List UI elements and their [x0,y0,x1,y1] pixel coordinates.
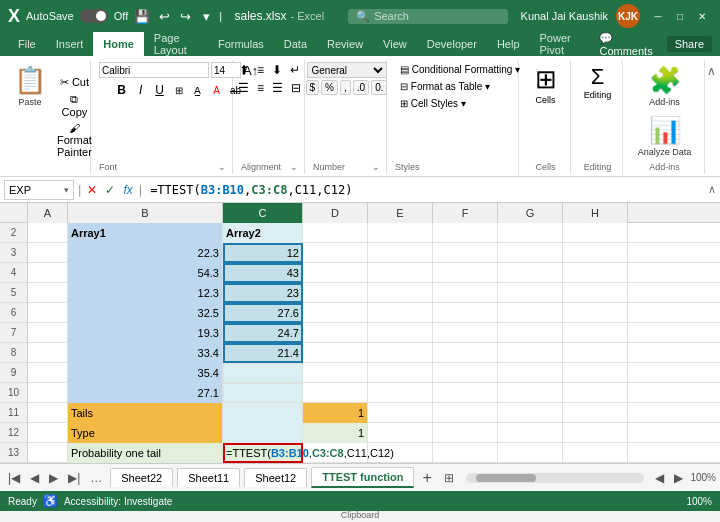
cell-g5[interactable] [498,283,563,303]
percent-button[interactable]: % [321,80,338,95]
cell-c7[interactable]: 24.7 [223,323,303,343]
merge-button[interactable]: ⊟ [288,80,304,96]
col-header-d[interactable]: D [303,203,368,223]
right-align-button[interactable]: ☰ [269,80,286,96]
font-name-input[interactable] [99,62,209,78]
cell-g10[interactable] [498,383,563,403]
cell-d5[interactable] [303,283,368,303]
cells-button[interactable]: ⊞ Cells [529,62,563,107]
cell-f4[interactable] [433,263,498,283]
cell-e5[interactable] [368,283,433,303]
cell-b4[interactable]: 54.3 [68,263,223,283]
cell-h9[interactable] [563,363,628,383]
row-num-10[interactable]: 10 [0,383,27,403]
close-button[interactable]: ✕ [692,8,712,24]
maximize-button[interactable]: □ [670,8,690,24]
conditional-formatting-button[interactable]: ▤ Conditional Formatting ▾ [395,62,525,77]
tab-file[interactable]: File [8,32,46,56]
cell-g9[interactable] [498,363,563,383]
tab-powerpivot[interactable]: Power Pivot [530,32,592,56]
paste-button[interactable]: 📋 Paste [8,62,52,110]
cell-c2[interactable]: Array2 [223,223,303,243]
cell-d9[interactable] [303,363,368,383]
number-format-select[interactable]: General Number Currency Percentage [307,62,387,78]
top-align-button[interactable]: ⬆ [236,62,252,78]
cell-f12[interactable] [433,423,498,443]
cell-h7[interactable] [563,323,628,343]
cell-c4[interactable]: 43 [223,263,303,283]
row-num-9[interactable]: 9 [0,363,27,383]
cell-d4[interactable] [303,263,368,283]
cell-d8[interactable] [303,343,368,363]
row-num-2[interactable]: 2 [0,223,27,243]
horizontal-scrollbar[interactable] [466,473,645,483]
comments-button[interactable]: 💬 Comments [591,30,660,59]
ribbon-expand-icon[interactable]: ∧ [707,64,716,78]
italic-button[interactable]: I [132,82,150,98]
minimize-button[interactable]: ─ [648,8,668,24]
cell-c9[interactable] [223,363,303,383]
cell-a3[interactable] [28,243,68,263]
cell-c13[interactable]: =TTEST(B3:B10,C3:C8,C11,C12) [223,443,303,463]
cell-d11[interactable]: 1 [303,403,368,423]
cell-g11[interactable] [498,403,563,423]
cell-e6[interactable] [368,303,433,323]
scroll-left-arrow[interactable]: ◀ [652,469,667,487]
cell-e8[interactable] [368,343,433,363]
cell-a12[interactable] [28,423,68,443]
cell-f13[interactable] [433,443,498,463]
cut-button[interactable]: ✂ Cut [54,75,95,90]
cell-h12[interactable] [563,423,628,443]
row-num-12[interactable]: 12 [0,423,27,443]
cell-b13[interactable]: Probability one tail [68,443,223,463]
middle-align-button[interactable]: ≡ [254,62,267,78]
cell-f11[interactable] [433,403,498,423]
cell-e4[interactable] [368,263,433,283]
sheet-tab-sheet22[interactable]: Sheet22 [110,468,173,487]
row-num-4[interactable]: 4 [0,263,27,283]
cell-b7[interactable]: 19.3 [68,323,223,343]
cell-c11[interactable] [223,403,303,423]
cell-e10[interactable] [368,383,433,403]
cell-g8[interactable] [498,343,563,363]
col-header-e[interactable]: E [368,203,433,223]
scroll-right-arrow[interactable]: ▶ [671,469,686,487]
cell-f7[interactable] [433,323,498,343]
tab-view[interactable]: View [373,32,417,56]
cell-b3[interactable]: 22.3 [68,243,223,263]
alignment-group-expand-icon[interactable]: ⌄ [290,162,298,172]
name-box-dropdown-icon[interactable]: ▾ [64,185,69,195]
tab-pagelayout[interactable]: Page Layout [144,32,208,56]
share-button[interactable]: Share [667,36,712,52]
cell-e12[interactable] [368,423,433,443]
cell-d2[interactable] [303,223,368,243]
center-align-button[interactable]: ≡ [254,80,267,96]
cell-f8[interactable] [433,343,498,363]
row-num-6[interactable]: 6 [0,303,27,323]
cell-b8[interactable]: 33.4 [68,343,223,363]
cell-styles-button[interactable]: ⊞ Cell Styles ▾ [395,96,525,111]
tab-review[interactable]: Review [317,32,373,56]
cell-d12[interactable]: 1 [303,423,368,443]
cell-c12[interactable] [223,423,303,443]
row-num-3[interactable]: 3 [0,243,27,263]
cell-h6[interactable] [563,303,628,323]
comma-button[interactable]: , [340,80,351,95]
cell-a11[interactable] [28,403,68,423]
cell-a6[interactable] [28,303,68,323]
cell-d3[interactable] [303,243,368,263]
prev-sheet-button[interactable]: ◀ [26,469,43,487]
cell-g2[interactable] [498,223,563,243]
cell-h10[interactable] [563,383,628,403]
cell-f6[interactable] [433,303,498,323]
row-num-11[interactable]: 11 [0,403,27,423]
customize-qat-icon[interactable]: ▾ [200,7,213,26]
cell-h3[interactable] [563,243,628,263]
insert-function-icon[interactable]: fx [121,183,134,197]
editing-button[interactable]: Σ Editing [582,62,614,102]
cell-a2[interactable] [28,223,68,243]
cell-a8[interactable] [28,343,68,363]
confirm-formula-icon[interactable]: ✓ [103,183,117,197]
cell-h8[interactable] [563,343,628,363]
tab-formulas[interactable]: Formulas [208,32,274,56]
